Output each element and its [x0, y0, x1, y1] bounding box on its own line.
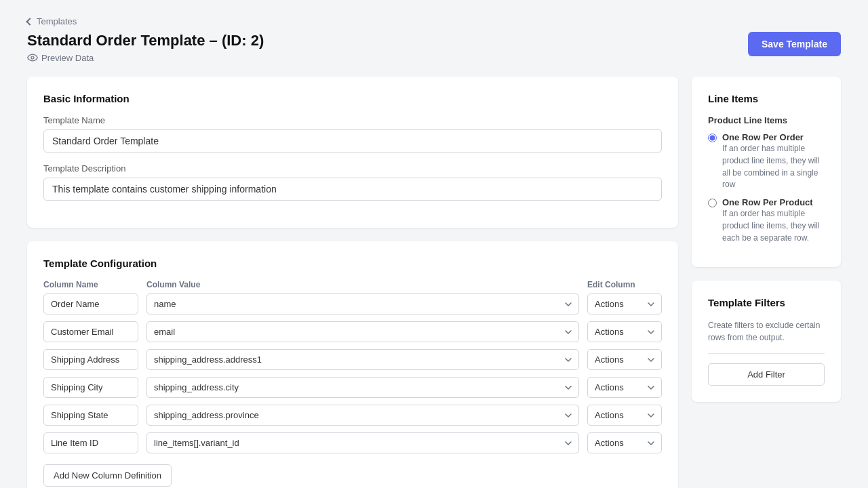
actions-label-5: Actions — [595, 410, 624, 420]
page-title: Standard Order Template – (ID: 2) — [27, 32, 264, 49]
col-value-select-3[interactable]: shipping_address.address1 — [146, 349, 579, 370]
template-name-group: Template Name — [43, 115, 662, 152]
col-value-select-2[interactable]: email — [146, 321, 579, 342]
line-items-title: Line Items — [708, 93, 825, 104]
template-config-title: Template Configuration — [43, 258, 662, 269]
template-filters-card: Template Filters Create filters to exclu… — [692, 281, 841, 402]
filter-description: Create filters to exclude certain rows f… — [708, 319, 825, 344]
actions-label-1: Actions — [595, 299, 624, 309]
main-layout: Basic Information Template Name Template… — [27, 77, 841, 488]
chevron-left-icon — [26, 18, 33, 25]
save-template-button[interactable]: Save Template — [748, 32, 841, 56]
chevron-down-icon — [648, 302, 654, 306]
table-row: shipping_address.city Actions — [43, 377, 662, 398]
col-name-input-4[interactable] — [43, 377, 138, 398]
col-name-input-2[interactable] — [43, 321, 138, 342]
radio-input-2[interactable] — [708, 199, 717, 207]
radio-group-title: Product Line Items — [708, 115, 825, 125]
col-header-edit: Edit Column — [587, 280, 662, 289]
radio-option-1: One Row Per Order If an order has multip… — [708, 132, 825, 190]
col-name-input-1[interactable] — [43, 293, 138, 314]
table-row: shipping_address.province Actions — [43, 405, 662, 426]
col-header-name: Column Name — [43, 280, 138, 289]
template-name-label: Template Name — [43, 115, 662, 125]
svg-point-0 — [31, 56, 34, 59]
radio-option1-desc: If an order has multiple product line it… — [722, 144, 819, 189]
filter-divider — [708, 353, 825, 354]
table-row: line_items[].variant_id Actions — [43, 432, 662, 453]
radio-option2-desc: If an order has multiple product line it… — [722, 209, 819, 243]
actions-button-3[interactable]: Actions — [587, 349, 662, 370]
actions-button-2[interactable]: Actions — [587, 321, 662, 342]
radio-input-1[interactable] — [708, 134, 717, 142]
page-title-area: Standard Order Template – (ID: 2) Previe… — [27, 32, 264, 63]
col-header-value: Column Value — [146, 280, 579, 289]
basic-info-title: Basic Information — [43, 93, 662, 104]
actions-button-5[interactable]: Actions — [587, 405, 662, 426]
breadcrumb: Templates — [27, 16, 841, 26]
actions-button-4[interactable]: Actions — [587, 377, 662, 398]
preview-data-link[interactable]: Preview Data — [27, 52, 264, 63]
template-filters-title: Template Filters — [708, 297, 825, 308]
col-value-select-6[interactable]: line_items[].variant_id — [146, 432, 579, 453]
col-name-input-5[interactable] — [43, 405, 138, 426]
col-name-input-3[interactable] — [43, 349, 138, 370]
table-row: email Actions — [43, 321, 662, 342]
actions-label-4: Actions — [595, 382, 624, 392]
col-value-select-5[interactable]: shipping_address.province — [146, 405, 579, 426]
radio-label-1[interactable]: One Row Per Order If an order has multip… — [708, 132, 825, 190]
column-headers: Column Name Column Value Edit Column — [43, 280, 662, 293]
template-desc-label: Template Description — [43, 163, 662, 174]
basic-info-card: Basic Information Template Name Template… — [27, 77, 678, 228]
template-name-input[interactable] — [43, 129, 662, 152]
chevron-down-icon — [648, 413, 654, 418]
breadcrumb-link[interactable]: Templates — [37, 16, 77, 26]
template-desc-group: Template Description — [43, 163, 662, 201]
radio-option1-label: One Row Per Order — [722, 132, 825, 142]
chevron-down-icon — [648, 330, 654, 334]
chevron-down-icon — [648, 441, 654, 445]
template-config-card: Template Configuration Column Name Colum… — [27, 241, 678, 488]
preview-link-text: Preview Data — [41, 53, 94, 63]
col-value-select-4[interactable]: shipping_address.city — [146, 377, 579, 398]
radio-option2-label: One Row Per Product — [722, 197, 825, 207]
add-filter-button[interactable]: Add Filter — [708, 363, 825, 386]
page-header: Standard Order Template – (ID: 2) Previe… — [27, 32, 841, 63]
table-row: shipping_address.address1 Actions — [43, 349, 662, 370]
radio-option-2: One Row Per Product If an order has mult… — [708, 197, 825, 243]
add-column-button[interactable]: Add New Column Definition — [43, 464, 172, 487]
actions-label-3: Actions — [595, 354, 624, 365]
left-panel: Basic Information Template Name Template… — [27, 77, 678, 488]
chevron-down-icon — [648, 386, 654, 390]
eye-icon — [27, 52, 38, 63]
radio-label-2[interactable]: One Row Per Product If an order has mult… — [708, 197, 825, 243]
chevron-down-icon — [648, 358, 654, 362]
table-row: name Actions — [43, 293, 662, 314]
col-name-input-6[interactable] — [43, 432, 138, 453]
right-panel: Line Items Product Line Items One Row Pe… — [692, 77, 841, 402]
template-desc-input[interactable] — [43, 178, 662, 201]
line-items-card: Line Items Product Line Items One Row Pe… — [692, 77, 841, 267]
col-value-select-1[interactable]: name — [146, 293, 579, 314]
actions-button-6[interactable]: Actions — [587, 432, 662, 453]
actions-button-1[interactable]: Actions — [587, 293, 662, 314]
actions-label-2: Actions — [595, 327, 624, 337]
actions-label-6: Actions — [595, 438, 624, 448]
